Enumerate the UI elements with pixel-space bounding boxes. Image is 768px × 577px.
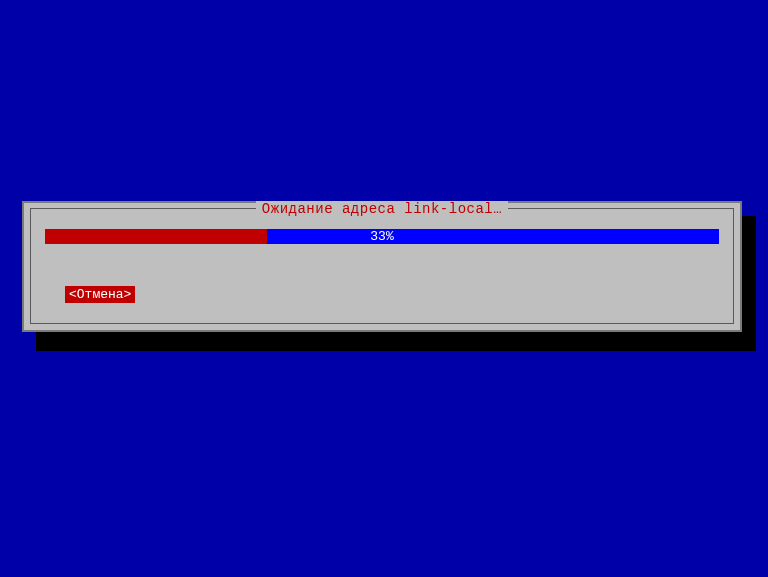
dialog-title: Ожидание адреса link-local… bbox=[256, 201, 508, 217]
progress-dialog: Ожидание адреса link-local… 33% <Отмена> bbox=[22, 201, 742, 332]
dialog-inner-border: Ожидание адреса link-local… 33% <Отмена> bbox=[30, 208, 734, 324]
progress-bar: 33% bbox=[45, 229, 719, 244]
dialog-title-wrap: Ожидание адреса link-local… bbox=[31, 201, 733, 217]
cancel-button[interactable]: <Отмена> bbox=[65, 286, 135, 303]
progress-bar-label: 33% bbox=[45, 229, 719, 244]
